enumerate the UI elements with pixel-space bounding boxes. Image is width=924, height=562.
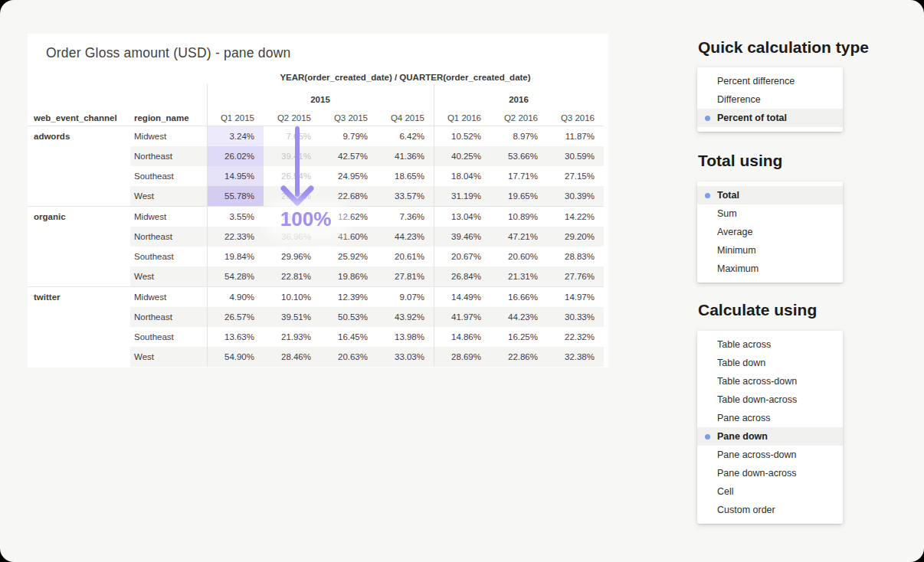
pane-twitter: twitterMidwest4.90%10.10%12.39%9.07%14.4… (28, 286, 604, 367)
value-cell: 39.46% (434, 227, 490, 247)
value-cell: 47.21% (490, 227, 547, 247)
option-custom-order[interactable]: Custom order (697, 501, 843, 519)
value-cell: 7.36% (377, 207, 434, 227)
option-label: Minimum (717, 245, 756, 256)
value-cell: 20.60% (490, 247, 547, 266)
value-cell: 8.97% (490, 126, 547, 146)
option-sum[interactable]: Sum (697, 204, 843, 223)
option-total[interactable]: Total (697, 186, 843, 204)
option-pane-down[interactable]: Pane down (697, 427, 843, 446)
table-row: twitterMidwest4.90%10.10%12.39%9.07%14.4… (28, 287, 604, 307)
table-row: West54.28%22.81%19.86%27.81%26.84%21.31%… (28, 266, 604, 286)
row-header-region-label: region_name (134, 110, 189, 126)
value-cell: 26.57% (207, 307, 264, 327)
region-cell: Northeast (130, 227, 207, 247)
value-cell: 3.55% (207, 207, 264, 227)
option-pane-across[interactable]: Pane across (697, 409, 843, 427)
option-table-across-down[interactable]: Table across-down (697, 372, 843, 390)
value-cell: 14.86% (434, 327, 490, 347)
value-cell: 9.07% (377, 287, 434, 307)
region-cell: West (130, 186, 207, 206)
option-percent-of-total[interactable]: Percent of total (697, 109, 843, 127)
quarter-header-q4-2015: Q4 2015 (377, 110, 434, 126)
option-table-down-across[interactable]: Table down-across (697, 390, 843, 409)
value-cell: 21.93% (264, 327, 320, 347)
value-cell: 27.15% (547, 166, 604, 186)
option-label: Custom order (717, 505, 775, 515)
value-cell: 13.04% (434, 207, 490, 227)
channel-cell (28, 247, 130, 266)
value-cell: 55.78% (207, 186, 264, 206)
value-cell: 22.86% (490, 347, 547, 367)
channel-cell (28, 166, 130, 186)
channel-cell (28, 266, 130, 286)
channel-cell: twitter (28, 287, 130, 307)
option-average[interactable]: Average (697, 223, 843, 241)
value-cell: 20.61% (377, 247, 434, 266)
option-maximum[interactable]: Maximum (697, 260, 843, 278)
value-cell: 31.19% (434, 186, 490, 206)
option-label: Pane across-down (717, 449, 797, 460)
option-difference[interactable]: Difference (697, 90, 843, 109)
option-label: Pane down-across (717, 468, 797, 479)
option-label: Table across-down (717, 376, 797, 387)
panel-title-quick-calculation-type: Quick calculation type (698, 38, 869, 57)
value-cell: 16.45% (320, 327, 377, 347)
option-label: Average (717, 227, 752, 237)
panel-total-using: TotalSumAverageMinimumMaximum (697, 181, 843, 283)
region-cell: Southeast (130, 327, 207, 347)
region-cell: Midwest (130, 207, 207, 227)
value-cell: 17.71% (490, 166, 547, 186)
column-header-row: web_event_channel region_name Q1 2015Q2 … (28, 110, 604, 126)
option-cell[interactable]: Cell (697, 482, 843, 501)
value-cell: 39.41% (264, 146, 320, 166)
region-cell: Southeast (130, 166, 207, 186)
table-row: adwordsMidwest3.24%7.65%9.79%6.42%10.52%… (28, 126, 604, 146)
value-cell: 22.68% (320, 186, 377, 206)
option-table-down[interactable]: Table down (697, 354, 843, 372)
region-cell: Midwest (130, 126, 207, 146)
option-label: Percent difference (717, 76, 795, 87)
value-cell: 20.63% (320, 347, 377, 367)
option-percent-difference[interactable]: Percent difference (697, 72, 843, 90)
value-cell: 28.46% (264, 347, 320, 367)
value-cell: 14.95% (207, 166, 264, 186)
channel-cell (28, 186, 130, 206)
value-cell: 26.02% (207, 146, 264, 166)
value-cell: 14.49% (434, 287, 490, 307)
value-cell: 30.33% (547, 307, 604, 327)
option-label: Pane down (717, 431, 768, 442)
column-axis-label: YEAR(order_created_date) / QUARTER(order… (207, 73, 604, 82)
value-cell: 29.20% (547, 227, 604, 247)
value-cell: 19.86% (320, 266, 377, 286)
year-header-2016: 2016 (434, 90, 604, 109)
option-label: Total (717, 190, 739, 201)
table-body: adwordsMidwest3.24%7.65%9.79%6.42%10.52%… (28, 126, 604, 367)
value-cell: 13.98% (377, 327, 434, 347)
value-cell: 14.22% (547, 207, 604, 227)
quarter-header-q2-2016: Q2 2016 (490, 110, 547, 126)
value-cell: 22.33% (207, 227, 264, 247)
value-cell: 30.59% (547, 146, 604, 166)
value-cell: 28.83% (547, 247, 604, 266)
option-table-across[interactable]: Table across (697, 335, 843, 354)
option-minimum[interactable]: Minimum (697, 241, 843, 260)
option-pane-across-down[interactable]: Pane across-down (697, 446, 843, 464)
selected-dot-icon (705, 434, 710, 439)
value-cell: 29.96% (264, 247, 320, 266)
value-cell: 33.03% (377, 347, 434, 367)
value-cell: 33.57% (377, 186, 434, 206)
table-row: West55.78%26.40%22.68%33.57%31.19%19.65%… (28, 186, 604, 206)
region-cell: Northeast (130, 146, 207, 166)
value-cell: 44.23% (490, 307, 547, 327)
quarter-header-q1-2015: Q1 2015 (207, 110, 264, 126)
quarter-header-q2-2015: Q2 2015 (264, 110, 320, 126)
value-cell: 53.66% (490, 146, 547, 166)
region-cell: Southeast (130, 247, 207, 266)
value-cell: 32.38% (547, 347, 604, 367)
value-cell: 28.69% (434, 347, 490, 367)
option-pane-down-across[interactable]: Pane down-across (697, 464, 843, 482)
value-cell: 7.65% (264, 126, 320, 146)
value-cell: 10.89% (490, 207, 547, 227)
value-cell: 40.25% (434, 146, 490, 166)
